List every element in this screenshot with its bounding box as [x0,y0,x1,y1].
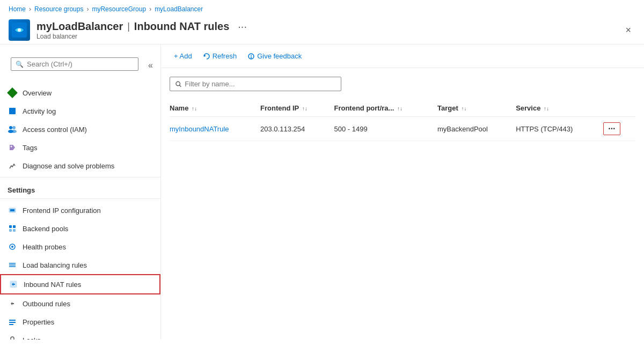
sidebar-item-locks[interactable]: Locks [0,331,160,340]
sort-frontend-ip-icon[interactable]: ↑↓ [302,106,308,112]
locks-icon [8,335,17,340]
svg-point-16 [11,246,13,248]
svg-rect-28 [251,56,252,58]
svg-rect-10 [10,209,14,211]
collapse-button[interactable]: « [146,60,155,71]
sidebar-item-access-control[interactable]: Access control (IAM) [0,120,160,138]
col-target: Target ↑↓ [437,100,516,117]
breadcrumb-resource-group[interactable]: myResourceGroup [92,5,146,13]
sidebar-item-outbound-rules[interactable]: Outbound rules [0,294,160,313]
svg-marker-25 [204,55,206,57]
breadcrumb-home[interactable]: Home [9,5,26,13]
svg-rect-22 [9,322,16,323]
cell-service: HTTPS (TCP/443) [516,117,603,141]
outbound-rules-icon [8,299,17,308]
overview-icon [8,88,17,98]
sidebar-label-tags: Tags [23,144,37,152]
sidebar-label-locks: Locks [23,336,41,340]
sort-frontend-port-icon[interactable]: ↑↓ [397,106,402,112]
activity-log-icon [8,106,17,116]
sort-name-icon[interactable]: ↑↓ [192,106,197,112]
sidebar-label-outbound-rules: Outbound rules [23,300,70,308]
health-probes-icon [8,242,17,252]
main-layout: 🔍 « Overview Activity log [0,45,644,340]
backend-pools-icon [8,224,17,233]
svg-rect-2 [9,108,16,114]
sidebar-item-tags[interactable]: Tags [0,138,160,157]
col-frontend-port: Frontend port/ra... ↑↓ [334,100,437,117]
refresh-button[interactable]: Refresh [199,50,241,62]
svg-point-27 [251,55,252,56]
diagnose-icon [8,161,17,171]
nat-rule-link[interactable]: myInboundNATrule [170,125,229,133]
search-icon: 🔍 [16,61,24,68]
page-title: Inbound NAT rules [134,20,229,33]
svg-rect-21 [9,320,16,321]
col-name: Name ↑↓ [170,100,260,117]
sidebar-label-backend-pools: Backend pools [23,225,68,233]
filter-input[interactable] [185,80,335,88]
header-more-button[interactable]: ··· [238,20,247,33]
sidebar-label-inbound-nat: Inbound NAT rules [24,281,81,289]
feedback-button[interactable]: Give feedback [243,50,306,62]
sidebar-item-inbound-nat[interactable]: Inbound NAT rules [0,274,160,294]
sidebar-item-backend-pools[interactable]: Backend pools [0,219,160,238]
svg-rect-11 [9,225,12,228]
svg-point-1 [18,28,21,32]
cell-target: myBackendPool [437,117,516,141]
sidebar-label-frontend-ip: Frontend IP configuration [23,206,101,215]
header-title-block: myLoadBalancer | Inbound NAT rules ··· L… [36,20,247,40]
cell-frontend-port: 500 - 1499 [334,117,437,141]
toolbar: + Add Refresh Give feedback [161,45,644,68]
properties-icon [8,317,17,327]
breadcrumb-resource-groups[interactable]: Resource groups [34,5,83,13]
sidebar-label-properties: Properties [23,318,54,326]
row-more-button[interactable]: ··· [603,122,620,135]
feedback-icon [247,53,255,60]
resource-icon [9,19,30,41]
sort-target-icon[interactable]: ↑↓ [461,106,466,112]
add-button[interactable]: + Add [170,50,196,62]
filter-search-icon [175,81,181,87]
settings-section-label: Settings [0,180,160,196]
svg-line-30 [180,85,181,86]
col-service: Service ↑↓ [516,100,603,117]
sidebar-item-health-probes[interactable]: Health probes [0,238,160,256]
svg-point-8 [11,146,12,148]
svg-marker-7 [10,145,15,150]
breadcrumb-resource[interactable]: myLoadBalancer [155,5,203,13]
sidebar-label-lb-rules: Load balancing rules [23,261,87,269]
col-actions [603,100,635,117]
filter-box[interactable] [170,77,341,91]
sidebar-item-activity-log[interactable]: Activity log [0,102,160,120]
sort-service-icon[interactable]: ↑↓ [544,106,549,112]
sidebar-label-health-probes: Health probes [23,243,66,251]
sidebar-label-overview: Overview [23,89,52,97]
svg-point-29 [176,82,180,86]
cell-row-menu: ··· [603,117,635,141]
resource-name: myLoadBalancer [36,20,123,33]
sidebar-search[interactable]: 🔍 [11,57,138,71]
frontend-ip-icon [8,205,17,215]
sidebar-item-frontend-ip[interactable]: Frontend IP configuration [0,201,160,219]
access-control-icon [8,124,17,134]
sidebar-label-diagnose: Diagnose and solve problems [23,162,114,170]
sidebar-item-properties[interactable]: Properties [0,313,160,331]
sidebar-item-diagnose[interactable]: Diagnose and solve problems [0,157,160,175]
sidebar-item-overview[interactable]: Overview [0,84,160,102]
sidebar-item-lb-rules[interactable]: Load balancing rules [0,256,160,274]
inbound-nat-icon [9,279,18,289]
refresh-icon [203,53,210,60]
svg-rect-23 [9,324,13,325]
svg-rect-13 [9,229,12,232]
close-button[interactable]: × [621,23,635,38]
svg-point-6 [11,130,17,133]
sidebar-label-activity-log: Activity log [23,107,56,115]
tags-icon [8,143,17,152]
svg-point-4 [12,126,16,129]
search-input[interactable] [27,60,134,68]
svg-point-3 [9,126,12,129]
resource-type: Load balancer [36,33,247,40]
page-header: myLoadBalancer | Inbound NAT rules ··· L… [0,16,644,45]
lb-rules-icon [8,260,17,270]
